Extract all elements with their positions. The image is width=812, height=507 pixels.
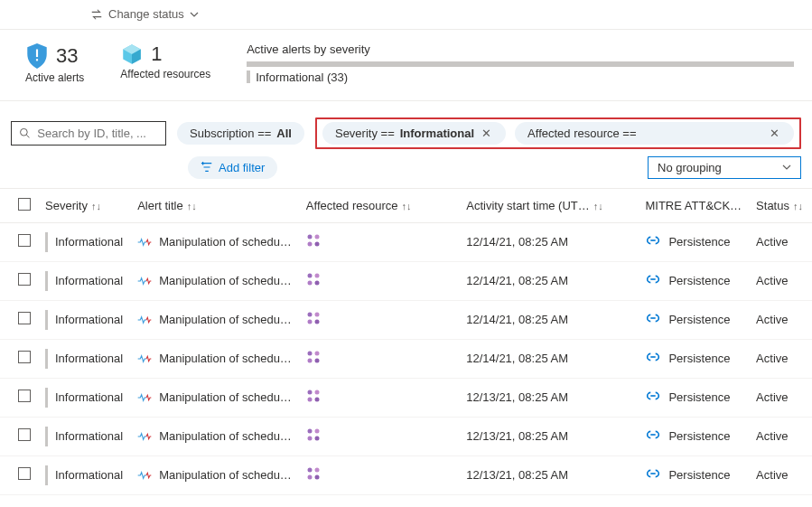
svg-point-13 [307,320,312,324]
row-checkbox[interactable] [18,351,31,363]
activity-time: 12/14/21, 08:25 AM [459,261,638,300]
activity-icon [137,392,152,403]
col-title[interactable]: Alert title↑↓ [130,188,299,222]
status-text: Active [749,339,812,378]
table-row[interactable]: InformationalManipulation of schedu…12/1… [0,417,812,455]
select-all-checkbox[interactable] [18,198,31,211]
svg-point-28 [314,468,319,473]
shield-icon [25,42,49,70]
status-text: Active [749,455,812,494]
filter-severity-label: Severity == [335,127,395,140]
svg-point-9 [307,281,312,286]
col-mitre[interactable]: MITRE ATT&CK… [638,188,749,222]
svg-point-6 [314,242,319,247]
change-status-label: Change status [108,7,184,21]
mitre-tactic: Persistence [668,429,730,443]
filter-subscription-value: All [276,127,292,140]
svg-point-3 [307,235,312,239]
row-checkbox[interactable] [18,390,31,402]
svg-point-29 [307,475,312,480]
svg-point-15 [307,352,312,356]
row-checkbox[interactable] [18,312,31,324]
activity-icon [137,431,152,442]
severity-indicator [45,465,48,485]
svg-point-20 [314,390,319,395]
svg-point-30 [314,475,319,480]
severity-text: Informational [55,429,123,443]
close-icon[interactable]: ✕ [480,127,493,140]
link-icon [645,311,661,328]
severity-indicator [45,388,48,408]
svg-rect-0 [36,49,38,57]
activity-icon [137,353,152,364]
row-checkbox[interactable] [18,273,31,286]
resource-icon [306,470,321,484]
svg-point-26 [314,437,319,441]
col-time[interactable]: Activity start time (UT…↑↓ [459,188,638,222]
mitre-tactic: Persistence [668,352,730,365]
severity-bar [247,61,794,67]
severity-chip [247,70,250,83]
row-checkbox[interactable] [18,467,31,480]
table-row[interactable]: InformationalManipulation of schedu…12/1… [0,339,812,378]
grouping-select[interactable]: No grouping [648,156,801,179]
filter-severity[interactable]: Severity == Informational ✕ [322,122,506,145]
alerts-table: Severity↑↓ Alert title↑↓ Affected resour… [0,188,812,495]
row-checkbox[interactable] [18,234,31,247]
active-alerts-metric: 33 Active alerts [25,42,84,84]
change-status-button[interactable]: Change status [90,7,199,21]
activity-icon [137,237,152,248]
svg-point-21 [307,398,312,402]
svg-point-17 [307,359,312,363]
add-filter-button[interactable]: Add filter [188,156,277,179]
table-row[interactable]: InformationalManipulation of schedu…12/1… [0,455,812,494]
filter-severity-value: Informational [400,127,474,140]
link-icon [645,427,661,445]
search-field[interactable] [35,126,158,141]
link-icon [645,272,661,289]
alert-title: Manipulation of schedu… [159,274,292,287]
row-checkbox[interactable] [18,428,31,441]
svg-point-5 [307,242,312,247]
table-row[interactable]: InformationalManipulation of schedu…12/1… [0,378,812,417]
severity-indicator [45,427,48,446]
sort-icon: ↑↓ [593,201,603,211]
mitre-tactic: Persistence [668,390,730,404]
active-alerts-count: 33 [56,44,78,68]
filter-subscription[interactable]: Subscription == All [177,122,304,145]
severity-text: Informational [55,468,123,482]
col-severity[interactable]: Severity↑↓ [38,188,130,222]
severity-text: Informational [55,390,123,404]
severity-text: Informational [55,352,123,365]
col-status[interactable]: Status↑↓ [749,188,812,222]
svg-point-25 [307,437,312,441]
cube-icon [120,42,144,66]
search-input[interactable] [11,121,166,146]
mitre-tactic: Persistence [668,468,730,482]
activity-icon [137,315,152,325]
search-icon [19,127,30,139]
alert-title: Manipulation of schedu… [159,235,292,249]
resource-icon [306,276,321,289]
close-icon[interactable]: ✕ [768,127,781,140]
severity-text: Informational [55,313,123,326]
resource-icon [306,237,321,250]
filter-affected-resource[interactable]: Affected resource == ✕ [515,122,794,145]
severity-text: Informational [55,274,123,287]
status-text: Active [749,417,812,455]
table-row[interactable]: InformationalManipulation of schedu…12/1… [0,261,812,300]
svg-point-11 [307,313,312,317]
svg-point-4 [314,235,319,239]
severity-indicator [45,232,48,252]
col-resource[interactable]: Affected resource↑↓ [299,188,459,222]
grouping-value: No grouping [658,161,722,174]
summary-panel: 33 Active alerts 1 Affected resources Ac… [0,30,812,101]
severity-title: Active alerts by severity [247,42,794,56]
resource-icon [306,315,321,328]
alert-title: Manipulation of schedu… [159,468,292,482]
table-row[interactable]: InformationalManipulation of schedu…12/1… [0,300,812,339]
table-row[interactable]: InformationalManipulation of schedu…12/1… [0,222,812,261]
svg-rect-1 [36,59,38,61]
arrows-icon [90,8,103,21]
svg-point-2 [21,128,28,136]
